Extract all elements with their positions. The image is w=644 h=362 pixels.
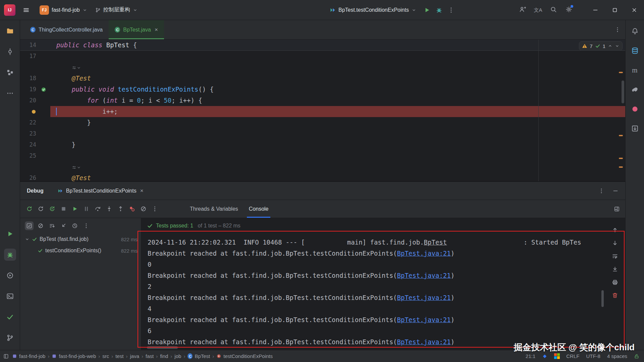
editor-tab-ThingCollectController.java[interactable]: CThingCollectController.java bbox=[24, 20, 109, 39]
translate-icon[interactable]: 文A bbox=[535, 7, 541, 13]
sidebar-checks-icon[interactable] bbox=[4, 311, 16, 323]
tool-windows-icon[interactable] bbox=[3, 354, 9, 359]
breadcrumb-item[interactable]: fast-find-job-web bbox=[52, 353, 96, 359]
ai-plugin-icon[interactable] bbox=[542, 354, 547, 359]
line-number-gutter[interactable] bbox=[20, 106, 50, 117]
search-icon-wrap[interactable] bbox=[550, 6, 557, 14]
sidebar-commit-icon[interactable] bbox=[4, 46, 16, 58]
code-vision-inlay[interactable] bbox=[56, 163, 81, 170]
line-number-gutter[interactable]: 26 bbox=[20, 172, 50, 181]
breadcrumb-item[interactable]: testConditionExPoints bbox=[216, 353, 273, 359]
sidebar-more-horizontal-icon[interactable] bbox=[4, 87, 16, 99]
step-into-button[interactable] bbox=[104, 204, 114, 214]
console-source-link[interactable]: BpTest.java:21 bbox=[397, 272, 451, 279]
sidebar-gradle-icon[interactable] bbox=[629, 84, 641, 95]
breadcrumb-item[interactable]: fast bbox=[146, 353, 154, 359]
line-number-gutter[interactable]: 20 bbox=[20, 95, 50, 106]
breadcrumb-item[interactable]: job bbox=[174, 353, 181, 359]
breakpoint-icon[interactable] bbox=[31, 109, 36, 114]
inspections-widget[interactable]: 7 1 bbox=[579, 41, 623, 51]
sidebar-terminal-icon[interactable] bbox=[4, 290, 16, 302]
console-source-link[interactable]: BpTest.java:21 bbox=[397, 316, 451, 323]
more-vertical-button[interactable] bbox=[82, 221, 91, 230]
step-out-button[interactable] bbox=[115, 204, 125, 214]
console-output[interactable]: Tests passed: 1 of 1 test – 822 ms 2024-… bbox=[141, 218, 604, 350]
test-tree-row[interactable]: BpTest (fast.find.job)822 ms bbox=[20, 234, 141, 245]
navigate-button[interactable] bbox=[59, 221, 68, 230]
sidebar-database-icon[interactable] bbox=[629, 45, 641, 56]
show-ignored-button[interactable] bbox=[36, 221, 45, 230]
line-number-gutter[interactable]: 23 bbox=[20, 128, 50, 139]
breadcrumb-item[interactable]: fast-find-job bbox=[12, 353, 45, 359]
scroll-to-end-button[interactable] bbox=[610, 265, 619, 273]
encoding-selector[interactable]: UTF-8 bbox=[586, 353, 600, 359]
line-number-gutter[interactable]: 24 bbox=[20, 139, 50, 150]
caret-position[interactable]: 21:1 bbox=[526, 353, 535, 359]
debug-options-icon[interactable] bbox=[598, 188, 604, 194]
sidebar-git-icon[interactable] bbox=[4, 332, 16, 344]
show-passed-button[interactable] bbox=[25, 221, 34, 230]
line-number-gutter[interactable]: 25 bbox=[20, 150, 50, 161]
breadcrumb-item[interactable]: src bbox=[102, 353, 109, 359]
scroll-down-button[interactable] bbox=[610, 239, 619, 247]
tab-options-icon[interactable] bbox=[614, 20, 621, 39]
sidebar-structure-icon[interactable] bbox=[4, 66, 16, 79]
view-tab-Threads & Variables[interactable]: Threads & Variables bbox=[184, 200, 244, 218]
line-number-gutter[interactable]: 18 bbox=[20, 73, 50, 84]
line-number-gutter[interactable]: 14 bbox=[20, 40, 50, 50]
sidebar-notifications-icon[interactable] bbox=[629, 25, 641, 37]
rerun-failed-button[interactable] bbox=[36, 204, 46, 214]
code-vision-inlay[interactable] bbox=[56, 63, 81, 71]
more-vertical-icon[interactable] bbox=[448, 7, 454, 13]
vcs-branch-widget[interactable]: 控制层重构 bbox=[93, 4, 140, 15]
breadcrumb-item[interactable]: java bbox=[130, 353, 139, 359]
view-breakpoints-button[interactable] bbox=[127, 204, 137, 214]
sidebar-dependencies-icon[interactable] bbox=[629, 123, 641, 134]
breadcrumb-item[interactable]: CBpTest bbox=[187, 353, 210, 359]
share-user-icon-wrap[interactable] bbox=[519, 6, 526, 14]
search-icon[interactable] bbox=[550, 6, 557, 13]
hide-tool-window-icon[interactable] bbox=[612, 188, 619, 194]
console-source-link[interactable]: BpTest.java:21 bbox=[397, 250, 451, 257]
line-number-gutter[interactable]: 22 bbox=[20, 117, 50, 128]
project-widget[interactable]: FJ fast-find-job bbox=[37, 3, 90, 17]
resume-button[interactable] bbox=[70, 204, 80, 214]
line-ending-selector[interactable]: CRLF bbox=[566, 353, 579, 359]
rerun-button[interactable] bbox=[24, 204, 34, 214]
scroll-up-button[interactable] bbox=[610, 225, 619, 234]
console-hscrollbar-thumb[interactable] bbox=[147, 346, 178, 349]
mute-breakpoints-button[interactable] bbox=[138, 204, 148, 214]
translate-icon-wrap[interactable]: 文A bbox=[535, 7, 541, 13]
test-passed-icon[interactable] bbox=[41, 87, 46, 92]
sidebar-maven-icon[interactable]: m bbox=[629, 64, 641, 76]
soft-wrap-button[interactable] bbox=[610, 252, 619, 260]
sidebar-debug-icon[interactable] bbox=[4, 249, 16, 261]
sidebar-run-icon[interactable] bbox=[4, 228, 16, 240]
console-class-link[interactable]: BpTest bbox=[424, 239, 447, 246]
line-number-gutter[interactable] bbox=[20, 161, 50, 172]
prev-problem-icon[interactable] bbox=[608, 44, 612, 48]
code-editor[interactable]: 14public class BpTest {17 18 @Test19 pub… bbox=[20, 40, 625, 181]
console-source-link[interactable]: BpTest.java:21 bbox=[397, 338, 451, 346]
debug-icon[interactable] bbox=[436, 7, 442, 13]
sidebar-services-icon[interactable] bbox=[4, 269, 16, 281]
breadcrumb-item[interactable]: test bbox=[115, 353, 123, 359]
duration-button[interactable] bbox=[70, 221, 79, 230]
maximize-button[interactable] bbox=[605, 0, 625, 20]
more-vertical-button[interactable] bbox=[150, 204, 160, 214]
run-config-widget[interactable]: BpTest.testConditionExPoints bbox=[327, 5, 419, 15]
step-over-button[interactable] bbox=[93, 204, 103, 214]
layout-settings-icon[interactable] bbox=[614, 206, 620, 212]
console-vscrollbar-thumb[interactable] bbox=[601, 290, 604, 307]
line-number-gutter[interactable]: 19 bbox=[20, 84, 50, 95]
minimize-button[interactable] bbox=[586, 0, 605, 20]
debug-session-tab[interactable]: BpTest.testConditionExPoints × bbox=[58, 188, 144, 194]
sidebar-plugin-dot-icon[interactable] bbox=[629, 103, 641, 115]
windows-plugin-icon[interactable] bbox=[554, 354, 559, 359]
test-tree-row[interactable]: testConditionExPoints()822 ms bbox=[20, 245, 141, 256]
stop-button[interactable] bbox=[58, 204, 68, 214]
main-menu-icon[interactable] bbox=[23, 7, 30, 13]
view-tab-Console[interactable]: Console bbox=[244, 200, 274, 218]
sort-button[interactable] bbox=[48, 221, 56, 230]
line-number-gutter[interactable] bbox=[20, 62, 50, 73]
